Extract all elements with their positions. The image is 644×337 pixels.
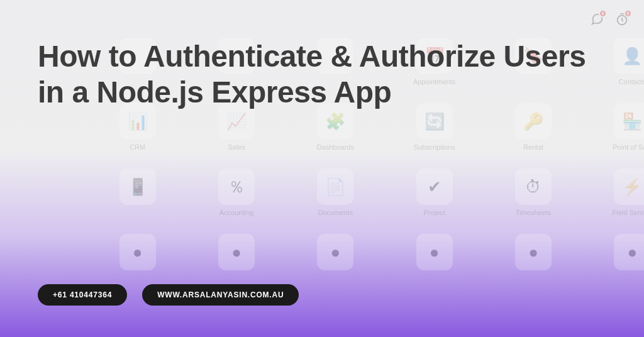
app-label: Field Service: [613, 209, 644, 216]
field-service-icon: ⚡: [614, 168, 644, 205]
bg-app-tile: 🏪Point of Sale: [602, 103, 644, 151]
bg-app-tile: 🧩Dashboards: [305, 103, 366, 151]
app-label: CRM: [130, 143, 145, 151]
app-label: Subscriptions: [414, 143, 455, 151]
bg-app-tile: 📊CRM: [107, 103, 168, 151]
documents-icon: 📄: [317, 168, 353, 205]
app-icon: ●: [119, 234, 156, 270]
app-label: Rental: [523, 143, 543, 151]
app-label: Accounting: [219, 209, 253, 216]
bg-app-tile: ％Accounting: [206, 168, 267, 216]
app-icon: ●: [515, 234, 552, 270]
bg-app-tile: ●: [404, 234, 465, 274]
bg-app-tile: ●: [502, 234, 564, 274]
website-pill: WWW.ARSALANYASIN.COM.AU: [142, 284, 299, 306]
bg-app-tile: 👤Contacts: [602, 38, 644, 86]
app-label: Sales: [228, 143, 245, 151]
app-icon: ●: [614, 234, 644, 270]
bg-app-tile: ✔Project: [404, 168, 465, 216]
bg-app-tile: 📈Sales: [206, 103, 267, 151]
contact-pill-row: +61 410447364 WWW.ARSALANYASIN.COM.AU: [38, 284, 299, 306]
app-label: Documents: [318, 209, 353, 216]
banner-canvas: 📅Appointments 🔖 👤Contacts 📊CRM 📈Sales 🧩D…: [0, 0, 644, 337]
timer-icon: 0: [614, 11, 630, 28]
chat-icon: 0: [589, 11, 605, 28]
timesheets-icon: ⏱: [515, 168, 552, 205]
app-icon: ●: [317, 234, 353, 270]
phone-pill: +61 410447364: [38, 284, 127, 306]
bg-app-tile: ⚡Field Service: [602, 168, 644, 216]
bg-app-tile: ●: [206, 234, 267, 274]
bg-app-tile: ●: [305, 234, 366, 274]
app-label: Contacts: [619, 78, 644, 86]
contact-icon: 👤: [614, 38, 644, 74]
bg-app-tile: 📱: [107, 168, 168, 216]
app-icon: ●: [416, 234, 453, 270]
bg-app-tile: ●: [107, 234, 168, 274]
chat-badge: 0: [599, 9, 607, 18]
project-icon: ✔: [416, 168, 453, 205]
app-label: Project: [424, 209, 445, 216]
bg-app-tile: ⏱Timesheets: [502, 168, 564, 216]
app-icon: ●: [218, 234, 255, 270]
app-label: Dashboards: [317, 143, 354, 151]
bg-app-tile: ●: [602, 234, 644, 274]
accounting-icon: ％: [218, 168, 255, 205]
page-title: How to Authenticate & Authorize Users in…: [38, 39, 594, 110]
timer-badge: 0: [624, 9, 632, 18]
app-icon: 📱: [119, 168, 156, 205]
pos-icon: 🏪: [614, 103, 644, 140]
bg-app-tile: 🔑Rental: [502, 103, 564, 151]
app-label: Timesheets: [516, 209, 551, 216]
app-label: Point of Sale: [613, 143, 644, 151]
bg-app-tile: 🔄Subscriptions: [404, 103, 465, 151]
bg-app-tile: 📄Documents: [305, 168, 366, 216]
top-right-icons: 0 0: [589, 11, 630, 28]
